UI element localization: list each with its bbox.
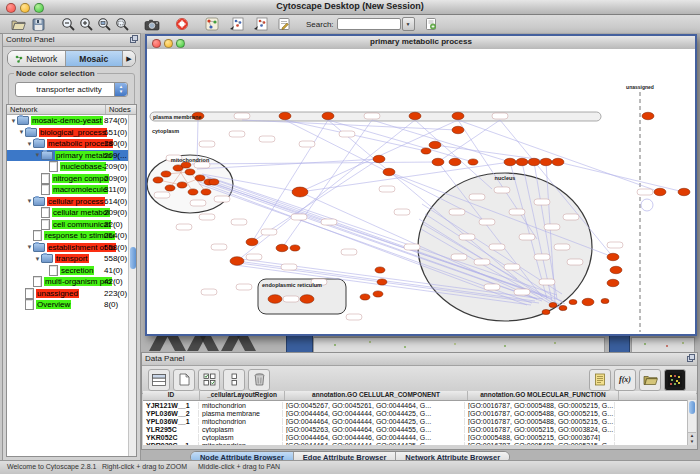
node-label-pill[interactable] <box>229 131 245 137</box>
node-label-pill[interactable] <box>176 224 192 230</box>
node-label-pill[interactable] <box>459 234 475 240</box>
network-node[interactable] <box>209 179 219 185</box>
network-node[interactable] <box>610 266 622 273</box>
network-edge[interactable] <box>328 120 473 162</box>
node-label-pill[interactable] <box>637 189 653 195</box>
column-header-2[interactable]: annotation.GO CELLULAR_COMPONENT <box>285 391 468 400</box>
network-node[interactable] <box>468 159 478 165</box>
float-panel-icon[interactable] <box>687 354 695 362</box>
attribute-editor-icon[interactable] <box>589 369 611 391</box>
tree-column-nodes[interactable]: Nodes <box>106 105 136 114</box>
background-window-corner[interactable] <box>286 335 313 353</box>
tree-row-cellular-process[interactable]: ▼cellular process614(0) <box>7 196 136 208</box>
network-node[interactable] <box>582 298 594 305</box>
network-node[interactable] <box>185 169 195 175</box>
node-label-pill[interactable] <box>291 214 307 220</box>
node-label-pill[interactable] <box>199 141 215 147</box>
network-node[interactable] <box>559 305 567 310</box>
network-node[interactable] <box>375 267 385 273</box>
tree-scrollbar-thumb[interactable] <box>130 247 136 269</box>
search-options-icon[interactable] <box>423 17 439 32</box>
network-node[interactable] <box>188 189 198 195</box>
network-node[interactable] <box>678 188 690 195</box>
tree-column-network[interactable]: Network <box>7 105 106 114</box>
node-label-pill[interactable] <box>469 194 485 200</box>
node-label-pill[interactable] <box>567 259 583 265</box>
tree-row-nitrogen-compo[interactable]: nitrogen compo209(0) <box>7 173 136 185</box>
node-label-pill[interactable] <box>494 187 510 193</box>
network-node[interactable] <box>549 302 557 307</box>
search-dropdown-arrow[interactable]: ▼ <box>402 17 415 31</box>
network-node[interactable] <box>195 175 205 181</box>
search-input[interactable] <box>337 18 401 30</box>
new-attribute-icon[interactable] <box>173 369 195 391</box>
tree-row-metabolic-process[interactable]: ▼metabolic process280(0) <box>7 138 136 150</box>
tree-row-establishment-of-lo[interactable]: ▼establishment of lo558(0) <box>7 242 136 254</box>
node-label-pill[interactable] <box>299 141 315 147</box>
network-node[interactable] <box>449 158 461 165</box>
node-label-pill[interactable] <box>154 192 170 198</box>
network-node[interactable] <box>607 253 619 260</box>
tree-row-biological-process[interactable]: ▼biological_process651(0) <box>7 127 136 139</box>
matrix-view-icon[interactable] <box>664 369 686 391</box>
node-label-pill[interactable] <box>489 244 505 250</box>
delete-attribute-icon[interactable] <box>248 369 270 391</box>
network-node[interactable] <box>230 257 244 266</box>
node-label-pill[interactable] <box>339 131 355 137</box>
network-edge[interactable] <box>558 162 684 192</box>
network-edge[interactable] <box>242 120 457 130</box>
network-node[interactable] <box>504 158 516 165</box>
node-label-pill[interactable] <box>236 284 252 290</box>
network-canvas[interactable]: plasma membranecytoplasmmitochondrionnuc… <box>147 49 695 334</box>
network-node[interactable] <box>165 185 175 191</box>
network-graph[interactable]: plasma membranecytoplasmmitochondrionnuc… <box>147 49 695 334</box>
network-node[interactable] <box>201 189 211 195</box>
network-node[interactable] <box>383 168 395 175</box>
tree-row-mosaic-demo-yeast[interactable]: ▼mosaic-demo-yeast874(0) <box>7 115 136 127</box>
open-file-icon[interactable] <box>10 17 26 32</box>
expand-arrow-icon[interactable]: ▼ <box>18 129 25 135</box>
network-node[interactable] <box>516 158 528 165</box>
node-label-pill[interactable] <box>539 279 555 285</box>
node-label-pill[interactable] <box>201 289 217 295</box>
network-node[interactable] <box>528 158 540 165</box>
node-label-pill[interactable] <box>607 242 623 248</box>
help-icon[interactable] <box>174 17 190 32</box>
table-row[interactable]: YDR039C__1mitochondrion[GO:0044464, GO:0… <box>143 441 696 445</box>
table-row[interactable]: YPL036W__1mitochondrion[GO:0044464, GO:0… <box>143 417 696 425</box>
network-node[interactable] <box>373 291 383 297</box>
attribute-table-icon[interactable] <box>148 369 170 391</box>
import-network-icon[interactable] <box>228 17 244 32</box>
network-node[interactable] <box>377 279 387 285</box>
expand-arrow-icon[interactable]: ▼ <box>10 118 17 124</box>
unselect-attributes-icon[interactable] <box>223 369 245 391</box>
tree-row-nucleobase-[interactable]: nucleobase-209(0) <box>7 161 136 173</box>
network-node[interactable] <box>300 295 314 304</box>
network-edge[interactable] <box>372 120 510 162</box>
select-attributes-icon[interactable] <box>198 369 220 391</box>
node-label-pill[interactable] <box>474 259 490 265</box>
node-label-pill[interactable] <box>346 314 362 320</box>
node-label-pill[interactable] <box>281 264 297 270</box>
node-label-pill[interactable] <box>261 229 277 235</box>
network-node[interactable] <box>452 112 464 119</box>
zoom-out-icon[interactable] <box>60 17 76 32</box>
float-panel-icon[interactable] <box>130 35 138 43</box>
node-label-pill[interactable] <box>451 254 467 260</box>
tree-row-multi-organism-pro[interactable]: multi-organism pro42(0) <box>7 276 136 288</box>
network-snapshot-icon[interactable] <box>144 17 160 32</box>
node-label-pill[interactable] <box>492 113 508 119</box>
zoom-to-fit-icon[interactable] <box>114 17 130 32</box>
column-header-id[interactable]: ID <box>143 391 200 400</box>
network-frame-titlebar[interactable]: primary metabolic process <box>147 36 695 50</box>
node-label-pill[interactable] <box>404 244 420 250</box>
node-label-pill[interactable] <box>190 200 206 206</box>
network-node[interactable] <box>601 298 609 303</box>
network-node[interactable] <box>540 158 552 165</box>
node-label-pill[interactable] <box>259 136 275 142</box>
node-label-pill[interactable] <box>283 296 299 302</box>
node-label-pill[interactable] <box>449 209 465 215</box>
network-node[interactable] <box>654 188 666 195</box>
table-scrollbar-arrows[interactable]: ▲▼ <box>688 432 696 445</box>
tree-row-transport[interactable]: ▼transport558(0) <box>7 253 136 265</box>
